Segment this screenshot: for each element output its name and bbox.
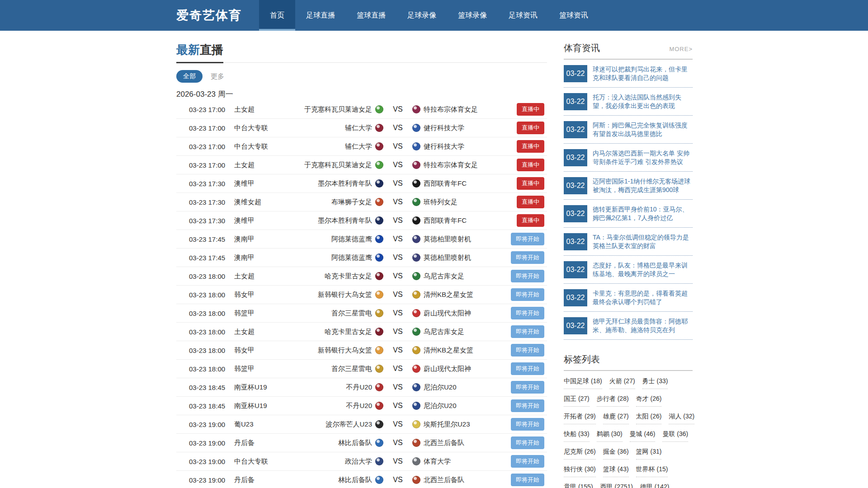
match-row[interactable]: 03-23 17:00土女超于克塞科瓦贝莱迪女足VS特拉布宗体育女足直播中 (176, 100, 547, 119)
vs-label: VS (383, 476, 412, 484)
tag-开拓者[interactable]: 开拓者 (29) (564, 413, 596, 424)
match-row[interactable]: 03-23 18:00韩女甲新韩银行大乌女篮VS清州KB之星女篮即将开始 (176, 341, 547, 360)
tag-篮网[interactable]: 篮网 (31) (636, 448, 662, 460)
match-status-cell: 即将开始 (504, 399, 547, 412)
match-row[interactable]: 03-23 18:45南亚杯U19不丹U20VS尼泊尔U20即将开始 (176, 397, 547, 415)
match-status-button[interactable]: 即将开始 (511, 270, 544, 282)
match-row[interactable]: 03-23 17:30澳维甲墨尔本胜利青年队VS西部联青年FC直播中 (176, 174, 547, 193)
news-item[interactable]: 03-22迈阿密国际1-1纳什维尔无客场进球被淘汰，梅西完成生涯第900球 (564, 172, 693, 200)
match-status-button[interactable]: 即将开始 (511, 418, 544, 431)
news-item[interactable]: 03-22德甲无拜仁球员最贵阵容：阿德耶米、施蒂勒、施洛特贝克在列 (564, 312, 693, 340)
match-row[interactable]: 03-23 17:30澳维甲墨尔本胜利青年队VS西部联青年FC直播中 (176, 211, 547, 230)
tag-国王[interactable]: 国王 (27) (564, 395, 590, 407)
match-status-button[interactable]: 直播中 (517, 159, 544, 171)
nav-item-篮球录像[interactable]: 篮球录像 (447, 0, 498, 31)
tag-快船[interactable]: 快船 (33) (564, 430, 590, 442)
tag-独行侠[interactable]: 独行侠 (30) (564, 465, 596, 477)
news-title: 卡里克：有意思的是，得看看英超最终会承认哪个判罚错了 (593, 289, 693, 306)
match-row[interactable]: 03-23 19:00丹后备林比后备队VS北西兰后备队即将开始 (176, 471, 547, 488)
match-status-button[interactable]: 即将开始 (511, 436, 544, 449)
tag-太阳[interactable]: 太阳 (26) (636, 413, 662, 424)
match-status-button[interactable]: 直播中 (517, 140, 544, 153)
match-status-button[interactable]: 即将开始 (511, 455, 544, 468)
tag-勇士[interactable]: 勇士 (33) (642, 377, 668, 389)
news-item[interactable]: 03-22态度好，队友：博格巴是最早来训练基地、最晚离开的球员之一 (564, 256, 693, 284)
news-item[interactable]: 03-22德转更新西甲身价前10：亚马尔、姆巴佩2亿第1，7人身价过亿 (564, 200, 693, 228)
match-status-button[interactable]: 即将开始 (511, 251, 544, 264)
match-status-button[interactable]: 直播中 (517, 122, 544, 134)
nav-item-首页[interactable]: 首页 (259, 0, 295, 31)
nav-item-篮球直播[interactable]: 篮球直播 (346, 0, 396, 31)
match-row[interactable]: 03-23 18:45南亚杯U19不丹U20VS尼泊尔U20即将开始 (176, 378, 547, 397)
nav-item-足球资讯[interactable]: 足球资讯 (498, 0, 548, 31)
match-league: 土女超 (234, 161, 292, 169)
filter-all-button[interactable]: 全部 (176, 70, 203, 83)
filter-more-button[interactable]: 更多 (211, 72, 224, 81)
tag-世界杯[interactable]: 世界杯 (15) (636, 465, 668, 477)
match-row[interactable]: 03-23 19:00丹后备林比后备队VS北西兰后备队即将开始 (176, 434, 547, 452)
home-team: 政治大学 (292, 457, 383, 466)
tag-row: 独行侠 (30)篮球 (43)世界杯 (15) (564, 465, 693, 477)
match-status-button[interactable]: 即将开始 (511, 344, 544, 357)
match-row[interactable]: 03-23 18:00土女超哈克卡里古女足VS乌尼古库女足即将开始 (176, 323, 547, 341)
match-status-button[interactable]: 直播中 (517, 177, 544, 190)
news-item[interactable]: 03-22卡里克：有意思的是，得看看英超最终会承认哪个判罚错了 (564, 284, 693, 312)
match-time: 03-23 18:45 (176, 384, 234, 391)
match-row[interactable]: 03-23 17:00中台大专联辅仁大学VS健行科技大学直播中 (176, 119, 547, 137)
tag-row: 尼克斯 (26)掘金 (36)篮网 (31) (564, 448, 693, 460)
match-row[interactable]: 03-23 19:00葡U23波尔蒂芒人U23VS埃斯托里尔U23即将开始 (176, 415, 547, 434)
match-status-button[interactable]: 即将开始 (511, 399, 544, 412)
match-row[interactable]: 03-23 17:00中台大专联辅仁大学VS健行科技大学直播中 (176, 137, 547, 156)
match-status-button[interactable]: 即将开始 (511, 233, 544, 245)
match-row[interactable]: 03-23 17:45澳南甲阿德莱德蓝鹰VS莫德柏里喷射机即将开始 (176, 230, 547, 249)
match-row[interactable]: 03-23 17:30澳维女超布琳狮子女足VS班特列女足直播中 (176, 193, 547, 211)
match-row[interactable]: 03-23 18:00韩篮甲首尔三星雷电VS蔚山现代太阳神即将开始 (176, 304, 547, 323)
tag-篮球[interactable]: 篮球 (43) (603, 465, 629, 477)
tag-掘金[interactable]: 掘金 (36) (603, 448, 629, 460)
nav-item-篮球资讯[interactable]: 篮球资讯 (548, 0, 599, 31)
tag-曼联[interactable]: 曼联 (36) (662, 430, 688, 442)
news-item[interactable]: 03-22内马尔落选巴西新一期大名单 安帅苛刻条件近乎刁难 引发外界热议 (564, 144, 693, 172)
site-logo[interactable]: 爱奇艺体育 (176, 0, 242, 31)
match-status-button[interactable]: 即将开始 (511, 307, 544, 319)
tag-意甲[interactable]: 意甲 (155) (564, 483, 593, 488)
nav-menu: 首页足球直播篮球直播足球录像篮球录像足球资讯篮球资讯 (259, 0, 599, 31)
match-league: 葡U23 (234, 420, 292, 429)
news-item[interactable]: 03-22球迷可以把裁判骂出花来，但卡里克和球队要看清自己的问题 (564, 60, 693, 88)
tag-曼城[interactable]: 曼城 (46) (630, 430, 656, 442)
tag-尼克斯[interactable]: 尼克斯 (26) (564, 448, 596, 460)
tag-德甲[interactable]: 德甲 (142) (640, 483, 670, 488)
nav-item-足球直播[interactable]: 足球直播 (295, 0, 346, 31)
tag-雄鹿[interactable]: 雄鹿 (27) (603, 413, 629, 424)
nav-item-足球录像[interactable]: 足球录像 (396, 0, 447, 31)
tag-西甲[interactable]: 西甲 (2751) (600, 483, 633, 488)
match-status-button[interactable]: 即将开始 (511, 362, 544, 375)
match-status-button[interactable]: 直播中 (517, 103, 544, 116)
match-row[interactable]: 03-23 19:00中台大专联政治大学VS体育大学即将开始 (176, 452, 547, 471)
news-more-link[interactable]: MORE> (669, 46, 693, 52)
vs-label: VS (383, 161, 412, 169)
tag-row: 开拓者 (29)雄鹿 (27)太阳 (26)湖人 (32) (564, 413, 693, 424)
match-row[interactable]: 03-23 18:00韩篮甲首尔三星雷电VS蔚山现代太阳神即将开始 (176, 360, 547, 378)
match-row[interactable]: 03-23 18:00土女超哈克卡里古女足VS乌尼古库女足即将开始 (176, 267, 547, 286)
match-status-button[interactable]: 即将开始 (511, 288, 544, 301)
news-list: 03-22球迷可以把裁判骂出花来，但卡里克和球队要看清自己的问题03-22托万：… (564, 60, 693, 340)
match-status-button[interactable]: 即将开始 (511, 381, 544, 394)
tag-鹈鹕[interactable]: 鹈鹕 (30) (597, 430, 623, 442)
match-row[interactable]: 03-23 18:00韩女甲新韩银行大乌女篮VS清州KB之星女篮即将开始 (176, 286, 547, 304)
home-team-badge-icon (375, 439, 383, 447)
tag-湖人[interactable]: 湖人 (32) (669, 413, 694, 424)
match-status-button[interactable]: 直播中 (517, 214, 544, 227)
match-status-button[interactable]: 即将开始 (511, 474, 544, 486)
news-item[interactable]: 03-22托万：没入选法国队当然感到失望，我必须拿出更出色的表现 (564, 88, 693, 116)
news-item[interactable]: 03-22TA：马奎尔低调但稳定的领导力是英格兰队更衣室的财富 (564, 228, 693, 256)
match-status-button[interactable]: 即将开始 (511, 325, 544, 338)
news-item[interactable]: 03-22阿斯：姆巴佩已完全恢复训练强度 有望首发出战马德里德比 (564, 116, 693, 144)
tag-火箭[interactable]: 火箭 (27) (609, 377, 635, 389)
tag-中国足球[interactable]: 中国足球 (18) (564, 377, 602, 389)
tag-奇才[interactable]: 奇才 (26) (636, 395, 662, 407)
match-row[interactable]: 03-23 17:00土女超于克塞科瓦贝莱迪女足VS特拉布宗体育女足直播中 (176, 156, 547, 174)
match-status-button[interactable]: 直播中 (517, 196, 544, 208)
match-row[interactable]: 03-23 17:45澳南甲阿德莱德蓝鹰VS莫德柏里喷射机即将开始 (176, 249, 547, 267)
tag-步行者[interactable]: 步行者 (28) (597, 395, 629, 407)
